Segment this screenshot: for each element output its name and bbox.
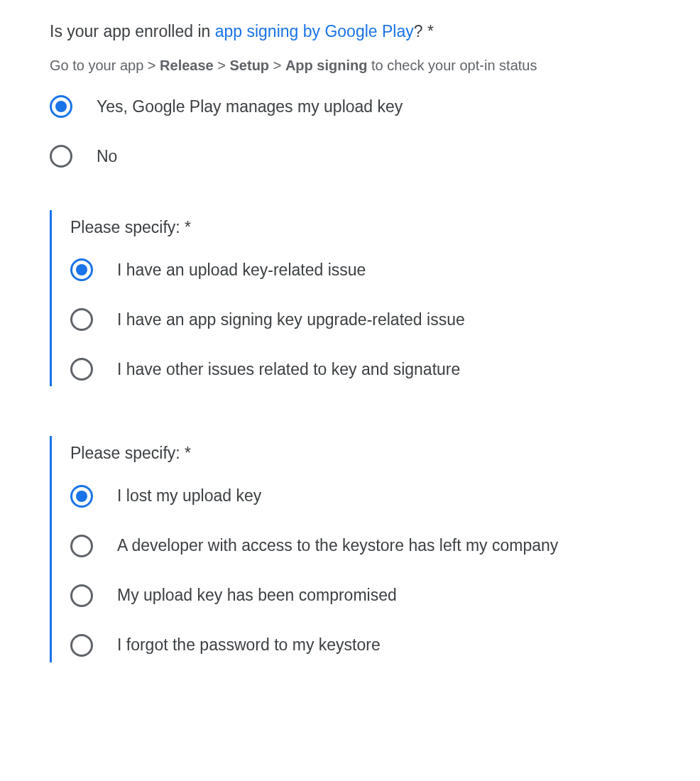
radio-option-signing-key-upgrade-issue[interactable]: I have an app signing key upgrade-relate… bbox=[70, 308, 650, 331]
app-signing-link[interactable]: app signing by Google Play bbox=[215, 22, 414, 40]
question-enrollment: Is your app enrolled in app signing by G… bbox=[50, 20, 650, 168]
question-title: Please specify: * bbox=[70, 442, 650, 464]
radio-label: No bbox=[97, 147, 117, 166]
radio-option-lost-key[interactable]: I lost my upload key bbox=[70, 485, 650, 508]
radio-option-developer-left[interactable]: A developer with access to the keystore … bbox=[70, 535, 650, 557]
radio-circle-icon bbox=[70, 258, 93, 281]
radio-circle-icon bbox=[50, 145, 72, 168]
radio-label: I have an upload key-related issue bbox=[117, 261, 366, 280]
radio-circle-icon bbox=[70, 485, 93, 508]
hint-sep2: > bbox=[269, 58, 285, 73]
question-title: Is your app enrolled in app signing by G… bbox=[50, 20, 650, 43]
radio-label: I lost my upload key bbox=[117, 486, 261, 506]
radio-group-reason: I lost my upload key A developer with ac… bbox=[70, 485, 650, 657]
radio-group-enrollment: Yes, Google Play manages my upload key N… bbox=[50, 95, 650, 168]
radio-label: My upload key has been compromised bbox=[117, 586, 397, 605]
hint-prefix: Go to your app > bbox=[50, 58, 160, 73]
radio-circle-icon bbox=[70, 308, 93, 331]
radio-label: I have other issues related to key and s… bbox=[117, 360, 460, 379]
hint-sep1: > bbox=[214, 58, 230, 73]
radio-option-upload-key-issue[interactable]: I have an upload key-related issue bbox=[70, 258, 650, 281]
radio-option-other-issues[interactable]: I have other issues related to key and s… bbox=[70, 358, 650, 381]
radio-option-yes[interactable]: Yes, Google Play manages my upload key bbox=[50, 95, 650, 118]
radio-circle-icon bbox=[70, 584, 93, 607]
question-title: Please specify: * bbox=[70, 216, 650, 239]
radio-label: Yes, Google Play manages my upload key bbox=[97, 97, 403, 116]
radio-option-no[interactable]: No bbox=[50, 145, 650, 168]
radio-option-forgot-password[interactable]: I forgot the password to my keystore bbox=[70, 634, 650, 657]
radio-label: A developer with access to the keystore … bbox=[117, 536, 558, 555]
radio-option-key-compromised[interactable]: My upload key has been compromised bbox=[70, 584, 650, 607]
hint-suffix: to check your opt-in status bbox=[367, 58, 537, 73]
question-specify-issue: Please specify: * I have an upload key-r… bbox=[50, 210, 650, 386]
hint-setup: Setup bbox=[230, 58, 270, 73]
radio-circle-icon bbox=[70, 358, 93, 381]
radio-label: I forgot the password to my keystore bbox=[117, 635, 381, 655]
radio-circle-icon bbox=[70, 634, 93, 657]
title-suffix: ? * bbox=[414, 22, 434, 40]
breadcrumb-hint: Go to your app > Release > Setup > App s… bbox=[50, 55, 650, 75]
radio-label: I have an app signing key upgrade-relate… bbox=[117, 310, 465, 329]
radio-group-issue: I have an upload key-related issue I hav… bbox=[70, 258, 650, 381]
question-specify-reason: Please specify: * I lost my upload key A… bbox=[50, 436, 650, 662]
hint-app-signing: App signing bbox=[285, 58, 368, 73]
hint-release: Release bbox=[160, 58, 214, 73]
radio-circle-icon bbox=[70, 535, 93, 557]
title-prefix: Is your app enrolled in bbox=[50, 22, 215, 40]
radio-circle-icon bbox=[50, 95, 72, 118]
